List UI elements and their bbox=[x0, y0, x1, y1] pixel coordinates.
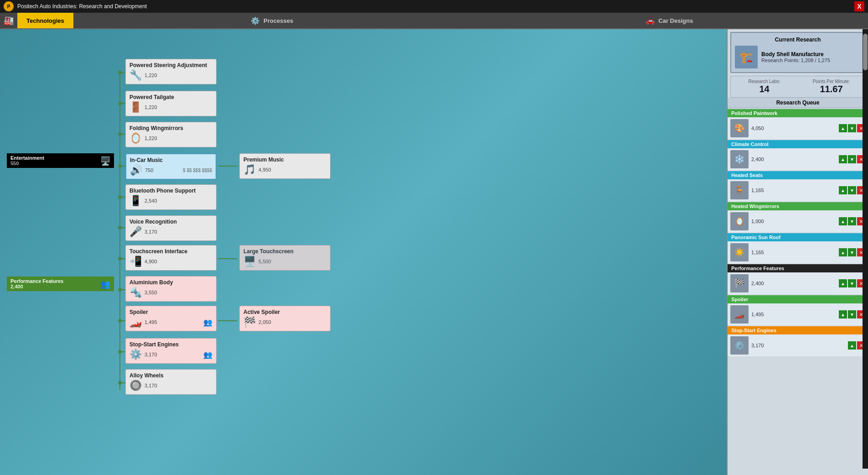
svg-point-13 bbox=[118, 226, 122, 230]
voice-icon: 🎤 bbox=[129, 226, 142, 238]
tech-alloy-wheels[interactable]: Alloy Wheels 🔘 3,170 bbox=[125, 369, 217, 395]
svg-point-11 bbox=[118, 195, 122, 199]
tech-premium-music[interactable]: Premium Music 🎵 4,950 bbox=[239, 153, 331, 179]
queue-title: Research Queue bbox=[728, 98, 868, 108]
queue-up-button[interactable]: ▲ bbox=[839, 217, 847, 225]
svg-point-15 bbox=[118, 257, 122, 261]
svg-point-20 bbox=[118, 319, 122, 323]
tech-bluetooth[interactable]: Bluetooth Phone Support 📱 2,540 bbox=[125, 184, 217, 210]
queue-item-header: Spoiler bbox=[728, 295, 868, 303]
queue-item-icon: 🏁 bbox=[730, 274, 749, 292]
queue-item-header: Stop-Start Engines bbox=[728, 326, 868, 334]
tab-car-designs[interactable]: 🚗 Car Designs bbox=[470, 13, 868, 28]
tech-active-spoiler[interactable]: Active Spoiler 🏁 2,050 bbox=[239, 306, 331, 331]
svg-point-2 bbox=[118, 71, 122, 74]
queue-item: Panoramic Sun Roof ☀️ 1,165 ▲ ▼ ✕ bbox=[728, 233, 868, 263]
queue-down-button[interactable]: ▼ bbox=[848, 186, 856, 194]
spoiler-group-icon: 👥 bbox=[203, 318, 212, 327]
queue-item-body: 🪑 1,165 ▲ ▼ ✕ bbox=[728, 179, 868, 201]
queue-down-button[interactable]: ▼ bbox=[848, 124, 856, 132]
premium-music-icon: 🎵 bbox=[243, 164, 256, 176]
queue-item-cost: 1,165 bbox=[751, 250, 836, 255]
queue-up-button[interactable]: ▲ bbox=[839, 124, 847, 132]
spoiler-icon: 🏎️ bbox=[129, 316, 142, 328]
queue-item: Climate Control ❄️ 2,400 ▲ ▼ ✕ bbox=[728, 140, 868, 170]
tech-large-touchscreen[interactable]: Large Touchscreen 🖥️ 5,500 bbox=[239, 245, 331, 271]
queue-down-button[interactable]: ▼ bbox=[848, 310, 856, 318]
queue-item-controls: ▲ ▼ ✕ bbox=[839, 124, 865, 132]
svg-point-4 bbox=[118, 102, 122, 105]
queue-item-body: 🪞 1,000 ▲ ▼ ✕ bbox=[728, 210, 868, 232]
queue-up-button[interactable]: ▲ bbox=[839, 310, 847, 318]
svg-point-23 bbox=[118, 350, 122, 354]
wingmirror-icon: 🪞 bbox=[129, 132, 142, 144]
close-button[interactable]: X bbox=[854, 1, 864, 11]
queue-up-button[interactable]: ▲ bbox=[839, 186, 847, 194]
queue-down-button[interactable]: ▼ bbox=[848, 248, 856, 256]
queue-up-button[interactable]: ▲ bbox=[839, 248, 847, 256]
queue-item-body: ☀️ 1,165 ▲ ▼ ✕ bbox=[728, 241, 868, 263]
category-performance: Performance Features 2,400 👥 bbox=[7, 277, 114, 291]
queue-item-header: Heated Seats bbox=[728, 171, 868, 179]
queue-item-header: Performance Features bbox=[728, 264, 868, 272]
labs-label: Research Labs: bbox=[731, 79, 798, 84]
right-panel: Current Research 🏗️ Body Shell Manufactu… bbox=[727, 29, 868, 475]
queue-up-button[interactable]: ▲ bbox=[848, 341, 856, 350]
queue-item-body: 🏁 2,400 ▲ ▼ ✕ bbox=[728, 272, 868, 294]
window-title: Positech Auto Industries: Research and D… bbox=[17, 3, 147, 10]
steering-icon: 🔧 bbox=[129, 69, 142, 81]
queue-item-body: ⚙️ 3,170 ▲ ✕ bbox=[728, 334, 868, 356]
queue-down-button[interactable]: ▼ bbox=[848, 155, 856, 163]
large-touchscreen-icon: 🖥️ bbox=[243, 256, 256, 267]
bluetooth-icon: 📱 bbox=[129, 195, 142, 207]
cost-tier-icons: $ $$ $$$ $$$$ bbox=[183, 168, 212, 173]
queue-item-icon: ☀️ bbox=[730, 243, 749, 261]
tab-technologies[interactable]: Technologies bbox=[17, 13, 73, 28]
ppm-label: Points Per Minute: bbox=[798, 79, 865, 84]
tech-tree-scroll[interactable]: Entertainment 550 🖥️ Performance Feature… bbox=[0, 29, 727, 475]
tech-aluminium-body[interactable]: Aluminium Body 🔩 3,550 bbox=[125, 276, 217, 302]
tech-stop-start[interactable]: Stop-Start Engines ⚙️ 3,170 👥 bbox=[125, 338, 217, 364]
queue-item-controls: ▲ ▼ ✕ bbox=[839, 310, 865, 318]
queue-item-controls: ▲ ▼ ✕ bbox=[839, 155, 865, 163]
right-scrollbar[interactable] bbox=[863, 29, 868, 469]
research-queue: Research Queue Polished Paintwork 🎨 4,05… bbox=[728, 98, 868, 475]
entertainment-icon: 🖥️ bbox=[100, 156, 110, 166]
queue-up-button[interactable]: ▲ bbox=[839, 279, 847, 287]
queue-item: Performance Features 🏁 2,400 ▲ ▼ ✕ bbox=[728, 264, 868, 294]
queue-item-cost: 1,495 bbox=[751, 312, 836, 317]
queue-item-header: Climate Control bbox=[728, 140, 868, 148]
queue-item-body: 🏎️ 1,495 ▲ ▼ ✕ bbox=[728, 303, 868, 325]
queue-item: Heated Seats 🪑 1,165 ▲ ▼ ✕ bbox=[728, 171, 868, 201]
right-scrollbar-thumb[interactable] bbox=[863, 34, 868, 70]
queue-item-cost: 2,400 bbox=[751, 281, 836, 286]
tech-spoiler[interactable]: Spoiler 🏎️ 1,495 👥 bbox=[125, 306, 217, 331]
queue-item-icon: ⚙️ bbox=[730, 336, 749, 355]
stat-labs: Research Labs: 14 bbox=[731, 79, 798, 94]
aluminium-icon: 🔩 bbox=[129, 287, 142, 298]
svg-point-18 bbox=[118, 288, 122, 292]
stats-row: Research Labs: 14 Points Per Minute: 11.… bbox=[730, 76, 865, 98]
queue-item: Polished Paintwork 🎨 4,050 ▲ ▼ ✕ bbox=[728, 109, 868, 139]
queue-down-button[interactable]: ▼ bbox=[848, 217, 856, 225]
tech-voice-recognition[interactable]: Voice Recognition 🎤 3,170 bbox=[125, 215, 217, 241]
queue-item-icon: 🪑 bbox=[730, 181, 749, 199]
tech-touchscreen[interactable]: Touchscreen Interface 📲 4,900 bbox=[125, 245, 217, 271]
queue-up-button[interactable]: ▲ bbox=[839, 155, 847, 163]
tab-processes[interactable]: ⚙️ Processes bbox=[73, 13, 471, 28]
queue-item-cost: 4,050 bbox=[751, 125, 836, 131]
queue-item-cost: 3,170 bbox=[751, 343, 845, 348]
queue-item-cost: 1,000 bbox=[751, 219, 836, 224]
category-entertainment: Entertainment 550 🖥️ bbox=[7, 153, 114, 168]
queue-item-controls: ▲ ▼ ✕ bbox=[839, 186, 865, 194]
tech-powered-tailgate[interactable]: Powered Tailgate 🚪 1,220 bbox=[125, 91, 217, 116]
tech-powered-steering[interactable]: Powered Steering Adjustment 🔧 1,220 bbox=[125, 59, 217, 84]
tech-folding-wingmirrors[interactable]: Folding Wingmirrors 🪞 1,220 bbox=[125, 122, 217, 147]
tech-tree-area[interactable]: Entertainment 550 🖥️ Performance Feature… bbox=[0, 29, 727, 475]
queue-item-icon: 🪞 bbox=[730, 212, 749, 230]
queue-item: Stop-Start Engines ⚙️ 3,170 ▲ ✕ bbox=[728, 326, 868, 356]
queue-down-button[interactable]: ▼ bbox=[848, 279, 856, 287]
alloy-icon: 🔘 bbox=[129, 380, 142, 391]
tech-tree-content: Entertainment 550 🖥️ Performance Feature… bbox=[0, 29, 529, 394]
tech-in-car-music[interactable]: In-Car Music 🔊 750 $ $$ $$$ $$$$ bbox=[125, 153, 217, 180]
